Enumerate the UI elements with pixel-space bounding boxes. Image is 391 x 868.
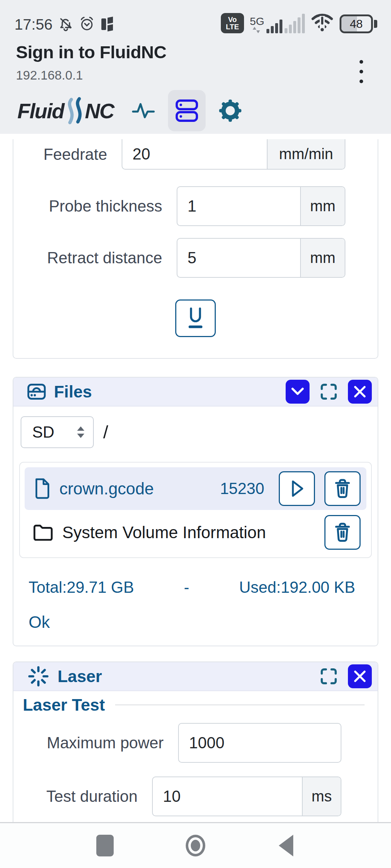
clock: 17:56 bbox=[14, 16, 52, 33]
retract-distance-label: Retract distance bbox=[47, 249, 162, 267]
play-icon bbox=[289, 479, 305, 498]
test-duration-unit: ms bbox=[302, 777, 341, 816]
feedrate-row: Feedrate mm/min bbox=[13, 139, 378, 170]
home-button[interactable] bbox=[184, 834, 207, 857]
app-toolbar: Fluid NC bbox=[0, 88, 391, 134]
probe-icon bbox=[185, 306, 206, 330]
feedrate-unit: mm/min bbox=[267, 139, 345, 169]
file-icon bbox=[33, 478, 50, 499]
delete-folder-button[interactable] bbox=[324, 515, 361, 550]
chevron-down-icon bbox=[290, 387, 305, 396]
folder-name: System Volume Information bbox=[62, 523, 315, 542]
laser-test-label: Laser Test bbox=[23, 695, 105, 715]
drive-select[interactable]: SD bbox=[21, 416, 94, 448]
retract-distance-unit: mm bbox=[300, 239, 345, 277]
laser-fullscreen-button[interactable] bbox=[318, 664, 340, 688]
home-icon bbox=[186, 835, 205, 856]
signal-bars-sim1 bbox=[266, 20, 282, 33]
file-row-crown-gcode[interactable]: crown.gcode 15230 bbox=[25, 467, 366, 510]
gear-icon bbox=[219, 99, 242, 122]
storage-used: Used:192.00 KB bbox=[239, 578, 355, 596]
trash-icon bbox=[334, 523, 351, 542]
files-panel-title: Files bbox=[54, 382, 92, 401]
kebab-menu-button[interactable] bbox=[350, 50, 372, 93]
folder-icon bbox=[33, 524, 53, 541]
android-nav-bar bbox=[0, 822, 391, 868]
wifi-alert-icon bbox=[311, 12, 334, 33]
retract-distance-row: Retract distance mm bbox=[13, 238, 378, 278]
page-title: Sign in to FluidNC bbox=[16, 42, 377, 62]
browser-header: Sign in to FluidNC 192.168.0.1 bbox=[0, 36, 391, 88]
maximum-power-row: Maximum power bbox=[13, 723, 378, 763]
battery-icon: 48 bbox=[340, 14, 377, 33]
file-size: 15230 bbox=[220, 480, 264, 498]
page-url: 192.168.0.1 bbox=[16, 68, 377, 82]
laser-panel-header: Laser bbox=[13, 662, 378, 691]
test-duration-input[interactable] bbox=[153, 777, 302, 816]
test-duration-row: Test duration ms bbox=[13, 776, 378, 816]
pulse-icon bbox=[131, 101, 155, 120]
close-icon bbox=[353, 669, 367, 684]
file-list: crown.gcode 15230 bbox=[19, 462, 372, 558]
files-close-button[interactable] bbox=[348, 380, 372, 404]
laser-icon bbox=[27, 665, 50, 688]
back-icon bbox=[279, 835, 293, 856]
close-icon bbox=[353, 384, 367, 399]
laser-test-section: Laser Test bbox=[13, 695, 378, 714]
fluidnc-logo: Fluid NC bbox=[17, 97, 114, 125]
storage-total: Total:29.71 GB bbox=[29, 578, 134, 596]
laser-panel: Laser Laser Test Maximum power bbox=[13, 661, 378, 822]
signal-bars-sim2 bbox=[285, 14, 305, 33]
maximum-power-label: Maximum power bbox=[47, 734, 164, 752]
probe-thickness-row: Probe thickness mm bbox=[13, 186, 378, 226]
fullscreen-icon bbox=[320, 383, 338, 401]
laser-close-button[interactable] bbox=[348, 664, 372, 688]
feedrate-label: Feedrate bbox=[43, 145, 107, 163]
trash-icon bbox=[334, 479, 351, 498]
tab-monitor[interactable] bbox=[125, 90, 162, 131]
fluidnc-wave-icon bbox=[63, 97, 86, 125]
feedrate-input[interactable] bbox=[122, 139, 267, 169]
folder-row-system-volume-information[interactable]: System Volume Information bbox=[25, 512, 366, 553]
current-path: / bbox=[103, 422, 108, 443]
hdd-icon bbox=[27, 383, 46, 400]
probe-thickness-label: Probe thickness bbox=[49, 197, 162, 215]
laser-panel-title: Laser bbox=[58, 667, 102, 686]
file-name: crown.gcode bbox=[59, 479, 211, 498]
probe-panel: Feedrate mm/min Probe thickness mm Retra… bbox=[13, 139, 378, 359]
server-icon bbox=[175, 99, 199, 123]
maximum-power-input[interactable] bbox=[179, 724, 341, 762]
split-screen-icon bbox=[100, 16, 114, 33]
files-panel: Files bbox=[13, 377, 378, 646]
recents-button[interactable] bbox=[93, 834, 117, 857]
files-collapse-button[interactable] bbox=[286, 380, 310, 404]
signal-5g-icon: 5G bbox=[250, 14, 305, 33]
fullscreen-icon bbox=[320, 667, 338, 685]
tab-settings[interactable] bbox=[211, 90, 249, 131]
alarm-icon bbox=[79, 16, 95, 33]
files-panel-header: Files bbox=[13, 378, 378, 407]
drive-path-row: SD / bbox=[21, 416, 378, 448]
probe-thickness-unit: mm bbox=[300, 187, 345, 225]
status-message: Ok bbox=[13, 612, 378, 646]
files-fullscreen-button[interactable] bbox=[318, 380, 340, 404]
top-chrome: 17:56 bbox=[0, 0, 391, 134]
test-duration-label: Test duration bbox=[46, 787, 138, 805]
run-file-button[interactable] bbox=[279, 471, 315, 506]
start-probe-button[interactable] bbox=[175, 299, 216, 337]
tab-files[interactable] bbox=[168, 90, 206, 131]
sort-arrows-icon bbox=[76, 426, 85, 439]
back-button[interactable] bbox=[274, 834, 298, 857]
retract-distance-input[interactable] bbox=[177, 239, 300, 277]
probe-thickness-input[interactable] bbox=[177, 187, 300, 225]
volte-badge: Vo LTE bbox=[221, 13, 244, 33]
notifications-muted-icon bbox=[58, 16, 73, 33]
storage-separator: - bbox=[184, 578, 189, 596]
storage-totals: Total:29.71 GB - Used:192.00 KB bbox=[13, 578, 378, 596]
recents-icon bbox=[96, 835, 114, 856]
delete-file-button[interactable] bbox=[324, 471, 361, 506]
status-bar: 17:56 bbox=[0, 0, 391, 36]
webview-content: Feedrate mm/min Probe thickness mm Retra… bbox=[0, 139, 391, 822]
